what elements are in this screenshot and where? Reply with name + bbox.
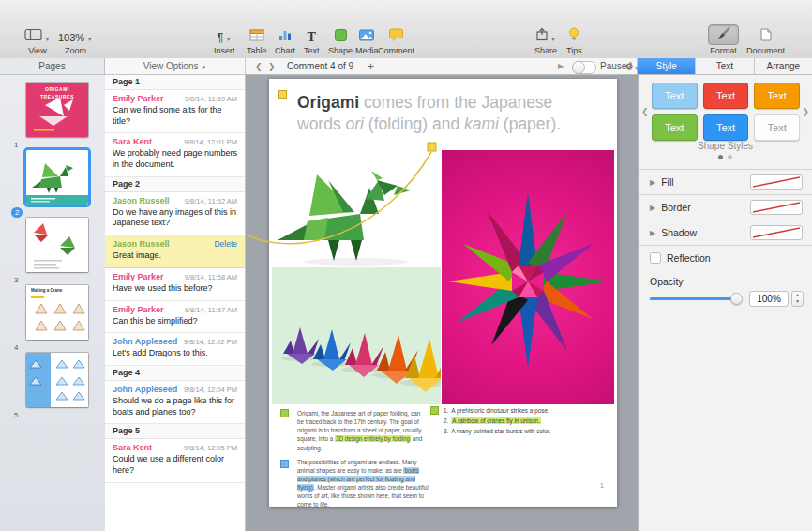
paragraph-1: Origami, the Japanese art of paper foldi…: [297, 409, 429, 452]
page-dot-active: [718, 155, 723, 159]
comment-time: 9/8/14, 11:59 AM: [185, 95, 237, 103]
comments-view-options[interactable]: View Options ▼: [105, 58, 246, 75]
comment-author: Emily Parker: [113, 305, 164, 314]
shadow-section[interactable]: ▶ Shadow: [639, 220, 812, 245]
pilcrow-icon: ¶: [217, 30, 223, 45]
presets-next-arrow[interactable]: ❯: [802, 107, 809, 116]
style-preset-4[interactable]: Text: [652, 114, 698, 141]
play-icon[interactable]: ▶: [558, 58, 564, 75]
zoom-value: 103%: [58, 32, 84, 45]
style-preset-5[interactable]: Text: [703, 114, 749, 141]
tracking-toggle[interactable]: [572, 61, 596, 74]
comment-anchor-paragraph1[interactable]: [280, 409, 289, 417]
comment-item[interactable]: John Appleseed9/8/14, 12:02 PM Let's add…: [105, 333, 245, 366]
style-preset-2[interactable]: Text: [703, 83, 749, 109]
origami-dragon-image[interactable]: [272, 150, 441, 267]
sub-toolbar: Pages View Options ▼ ❮ ❯ Comment 4 of 9 …: [0, 58, 812, 75]
reflection-checkbox[interactable]: [650, 252, 661, 264]
disclosure-triangle-icon[interactable]: ▶: [650, 178, 655, 187]
view-button[interactable]: ▼ View: [24, 27, 51, 55]
delete-comment-link[interactable]: Delete: [214, 239, 237, 249]
list-item-3: 3.A many-pointed star bursts with color.: [444, 428, 603, 436]
comment-item[interactable]: Sara Kent9/8/14, 12:05 PM Could we use a…: [105, 439, 245, 482]
view-label: View: [28, 46, 46, 55]
text-button[interactable]: T Text: [304, 27, 320, 55]
document-button[interactable]: Document: [746, 27, 785, 55]
comment-item[interactable]: Emily Parker9/8/14, 11:59 AM Can we find…: [105, 90, 245, 133]
stepper-up-icon: ▲: [792, 292, 803, 298]
comment-author: Emily Parker: [113, 272, 164, 281]
comment-author: John Appleseed: [113, 385, 177, 394]
opacity-slider[interactable]: [650, 297, 740, 300]
comment-button[interactable]: Comment: [378, 27, 414, 55]
disclosure-triangle-icon[interactable]: ▶: [650, 229, 655, 237]
body-text-column[interactable]: Origami, the Japanese art of paper foldi…: [297, 409, 429, 508]
comment-text: Let's add Dragons to this.: [113, 348, 237, 359]
add-comment-button[interactable]: +: [368, 58, 374, 75]
insert-button[interactable]: ¶▼ Insert: [214, 27, 235, 55]
zoom-control[interactable]: 103%▼ Zoom: [58, 27, 93, 55]
comment-item[interactable]: Emily Parker9/8/14, 11:57 AM Can this be…: [105, 301, 245, 334]
border-section[interactable]: ▶ Border: [639, 194, 812, 220]
presets-page-dots[interactable]: [639, 155, 812, 159]
style-preset-1[interactable]: Text: [652, 83, 698, 109]
border-style-well[interactable]: [750, 200, 803, 215]
comment-item[interactable]: Jason Russell9/8/14, 11:52 AM Do we have…: [105, 192, 245, 235]
fill-section[interactable]: ▶ Fill: [639, 169, 812, 194]
table-icon: [249, 28, 264, 45]
style-preset-3[interactable]: Text: [754, 83, 800, 109]
tab-text[interactable]: Text: [695, 58, 753, 74]
presets-previous-arrow[interactable]: ❮: [641, 107, 649, 116]
tab-style[interactable]: Style: [638, 58, 695, 74]
thumbnail-4-title: Making a Crane: [31, 288, 62, 293]
page-thumbnail-1[interactable]: ORIGAMITREASURES: [26, 83, 88, 137]
chart-icon: [278, 28, 292, 45]
comment-item-selected[interactable]: Jason RussellDelete Great image.: [105, 235, 245, 268]
opacity-value-field[interactable]: 100%: [749, 291, 789, 307]
opacity-stepper[interactable]: ▲▼: [791, 291, 804, 307]
page-thumbnail-3[interactable]: [26, 218, 88, 272]
previous-comment-button[interactable]: ❮: [255, 58, 263, 75]
stepper-down-icon: ▼: [792, 298, 803, 305]
chevron-down-icon: ▼: [550, 36, 557, 45]
tab-arrange[interactable]: Arrange: [754, 58, 812, 74]
comment-anchor-paragraph2[interactable]: [280, 460, 289, 468]
format-button[interactable]: Format: [708, 27, 739, 55]
document-heading[interactable]: Origami comes from the Japanese words or…: [297, 92, 579, 135]
fill-color-well[interactable]: [750, 174, 803, 190]
style-preset-6[interactable]: Text: [754, 114, 800, 141]
comment-item[interactable]: Emily Parker9/8/14, 11:58 AM Have we use…: [105, 268, 245, 301]
pages-sidebar: ORIGAMITREASURES 1 2: [0, 75, 106, 531]
shape-styles-label: Shape Styles: [639, 141, 812, 151]
next-comment-button[interactable]: ❯: [268, 58, 276, 75]
document-page[interactable]: Origami comes from the Japanese words or…: [269, 79, 617, 507]
comment-author: Jason Russell: [113, 196, 170, 205]
media-button[interactable]: Media: [355, 27, 379, 55]
page-thumbnail-5[interactable]: [26, 353, 88, 407]
tips-button[interactable]: Tips: [566, 27, 582, 55]
disclosure-triangle-icon[interactable]: ▶: [650, 204, 655, 212]
shape-button[interactable]: Shape: [328, 27, 353, 55]
green-highlight: A rainbow of cranes fly in unison.: [451, 417, 540, 424]
origami-cranes-image[interactable]: [272, 267, 441, 404]
comment-time: 9/8/14, 12:01 PM: [184, 138, 237, 146]
comment-counter: Comment 4 of 9: [287, 58, 353, 75]
origami-star-image[interactable]: [442, 150, 614, 404]
comment-anchor-list[interactable]: [430, 406, 439, 415]
comment-time: 9/8/14, 11:52 AM: [185, 197, 237, 205]
comment-text: Should we do a page like this for boats …: [113, 396, 237, 417]
inspector-tabs: Style Text Arrange: [638, 58, 812, 75]
comment-item[interactable]: John Appleseed9/8/14, 12:04 PM Should we…: [105, 381, 245, 424]
comment-anchor-title[interactable]: [278, 90, 287, 99]
comment-author: John Appleseed: [113, 337, 177, 346]
pages-window: ▼ View 103%▼ Zoom ¶▼ Insert Table Chart …: [0, 0, 812, 531]
chart-button[interactable]: Chart: [275, 27, 295, 55]
page-thumbnail-2[interactable]: [26, 150, 88, 205]
shadow-style-well[interactable]: [750, 225, 803, 240]
slider-knob[interactable]: [730, 293, 743, 305]
page-thumbnail-4[interactable]: Making a Crane: [26, 285, 88, 340]
share-button[interactable]: ▼ Share: [534, 27, 557, 55]
table-button[interactable]: Table: [247, 27, 267, 55]
caption-list[interactable]: 1.A prehistoric dinosaur strikes a pose.…: [444, 407, 603, 438]
comment-item[interactable]: Sara Kent9/8/14, 12:01 PM We probably ne…: [105, 133, 245, 176]
